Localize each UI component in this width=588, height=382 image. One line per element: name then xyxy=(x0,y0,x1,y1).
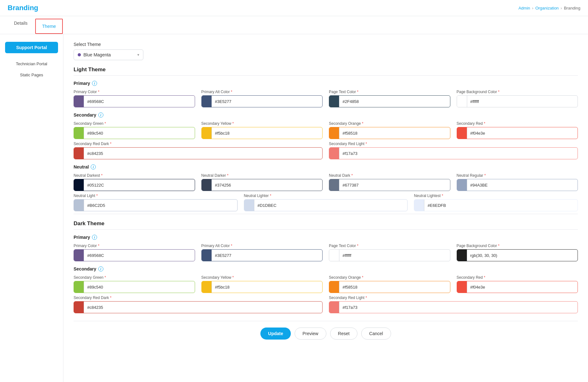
color-input-wrap[interactable] xyxy=(201,179,323,191)
color-value-input[interactable] xyxy=(84,131,195,136)
color-swatch xyxy=(329,179,339,191)
color-value-input[interactable] xyxy=(339,151,578,156)
tab-theme[interactable]: Theme xyxy=(35,19,63,34)
color-input-wrap[interactable] xyxy=(329,249,450,261)
color-input-wrap[interactable] xyxy=(329,95,450,107)
color-value-input[interactable] xyxy=(254,203,408,208)
color-input-wrap[interactable] xyxy=(414,199,578,211)
color-field-wrap: Secondary Orange * xyxy=(329,275,450,293)
color-field-wrap: Primary Alt Color * xyxy=(201,90,323,107)
color-value-input[interactable] xyxy=(467,253,578,258)
color-input-wrap[interactable] xyxy=(329,301,578,313)
color-field-label: Secondary Green * xyxy=(74,121,195,126)
color-field-label: Secondary Red Dark * xyxy=(74,296,323,300)
breadcrumb-organization[interactable]: Organization xyxy=(535,6,559,10)
color-field-wrap: Neutral Lightest * xyxy=(414,194,578,211)
support-portal-button[interactable]: Support Portal xyxy=(5,42,58,53)
color-input-wrap[interactable] xyxy=(244,199,408,211)
dark-secondary-row1: Secondary Green *Secondary Yellow *Secon… xyxy=(74,275,578,293)
color-field-label: Primary Alt Color * xyxy=(201,244,323,248)
color-field-wrap: Page Background Color * xyxy=(457,90,578,107)
info-icon-light-primary: i xyxy=(92,81,97,86)
color-input-wrap[interactable] xyxy=(74,249,195,261)
color-value-input[interactable] xyxy=(467,131,578,136)
color-input-wrap[interactable] xyxy=(201,249,323,261)
color-field-wrap: Secondary Red Light * xyxy=(329,142,578,159)
color-input-wrap[interactable] xyxy=(74,301,323,313)
color-field-wrap: Secondary Red * xyxy=(457,275,578,293)
color-field-label: Secondary Orange * xyxy=(329,121,450,126)
section-divider xyxy=(74,214,578,214)
color-field-label: Page Text Color * xyxy=(329,90,450,94)
color-input-wrap[interactable] xyxy=(74,199,238,211)
color-field-wrap: Page Text Color * xyxy=(329,244,450,261)
color-value-input[interactable] xyxy=(212,99,323,104)
info-icon-dark-secondary: i xyxy=(98,266,103,271)
color-value-input[interactable] xyxy=(84,253,195,258)
color-input-wrap[interactable] xyxy=(74,281,195,293)
color-swatch xyxy=(329,148,339,159)
color-value-input[interactable] xyxy=(424,203,578,208)
color-input-wrap[interactable] xyxy=(74,147,323,159)
update-button[interactable]: Update xyxy=(260,328,291,340)
sidebar-link-static-pages[interactable]: Static Pages xyxy=(0,69,63,80)
color-value-input[interactable] xyxy=(84,151,322,156)
color-field-wrap: Neutral Dark * xyxy=(329,173,450,191)
color-value-input[interactable] xyxy=(339,285,450,290)
color-value-input[interactable] xyxy=(84,203,237,208)
color-input-wrap[interactable] xyxy=(74,95,195,107)
breadcrumb-admin[interactable]: Admin xyxy=(519,6,530,10)
color-input-wrap[interactable] xyxy=(74,127,195,139)
color-input-wrap[interactable] xyxy=(329,179,450,191)
color-swatch xyxy=(329,127,339,139)
color-value-input[interactable] xyxy=(339,99,450,104)
dark-secondary-row2: Secondary Red Dark *Secondary Red Light … xyxy=(74,296,578,313)
color-input-wrap[interactable] xyxy=(329,127,450,139)
light-neutral-label: Neutral i xyxy=(74,164,578,169)
color-value-input[interactable] xyxy=(339,253,450,258)
color-swatch xyxy=(244,200,254,211)
color-value-input[interactable] xyxy=(339,183,450,188)
color-value-input[interactable] xyxy=(467,285,578,290)
color-value-input[interactable] xyxy=(84,305,322,310)
light-secondary-row2: Secondary Red Dark *Secondary Red Light … xyxy=(74,142,578,159)
light-secondary-row1: Secondary Green *Secondary Yellow *Secon… xyxy=(74,121,578,139)
sidebar-link-technician-portal[interactable]: Technician Portal xyxy=(0,58,63,69)
color-input-wrap[interactable] xyxy=(457,281,578,293)
color-field-wrap: Primary Color * xyxy=(74,244,195,261)
color-value-input[interactable] xyxy=(467,99,578,104)
preview-button[interactable]: Preview xyxy=(295,328,326,340)
color-field-label: Secondary Yellow * xyxy=(201,275,323,280)
color-field-label: Primary Color * xyxy=(74,244,195,248)
color-swatch xyxy=(202,179,212,191)
color-value-input[interactable] xyxy=(84,99,195,104)
color-swatch xyxy=(202,96,212,107)
cancel-button[interactable]: Cancel xyxy=(361,328,391,340)
color-value-input[interactable] xyxy=(84,285,195,290)
color-value-input[interactable] xyxy=(212,285,323,290)
color-value-input[interactable] xyxy=(212,131,323,136)
color-input-wrap[interactable] xyxy=(201,95,323,107)
color-input-wrap[interactable] xyxy=(457,179,578,191)
color-field-label: Page Background Color * xyxy=(457,244,578,248)
tab-details[interactable]: Details xyxy=(8,16,34,34)
reset-button[interactable]: Reset xyxy=(330,328,358,340)
color-input-wrap[interactable] xyxy=(74,179,195,191)
color-field-label: Neutral Darkest * xyxy=(74,173,195,178)
theme-dropdown[interactable]: Blue Magenta ▾ xyxy=(74,49,143,60)
color-input-wrap[interactable] xyxy=(457,95,578,107)
color-value-input[interactable] xyxy=(84,183,195,188)
color-input-wrap[interactable] xyxy=(329,147,578,159)
color-field-wrap: Primary Color * xyxy=(74,90,195,107)
color-value-input[interactable] xyxy=(339,305,578,310)
color-input-wrap[interactable] xyxy=(201,127,323,139)
color-value-input[interactable] xyxy=(467,183,578,188)
color-input-wrap[interactable] xyxy=(457,127,578,139)
color-value-input[interactable] xyxy=(212,183,323,188)
color-value-input[interactable] xyxy=(212,253,323,258)
color-value-input[interactable] xyxy=(339,131,450,136)
color-input-wrap[interactable] xyxy=(201,281,323,293)
color-swatch xyxy=(74,250,84,261)
color-input-wrap[interactable] xyxy=(329,281,450,293)
color-input-wrap[interactable] xyxy=(457,249,578,261)
